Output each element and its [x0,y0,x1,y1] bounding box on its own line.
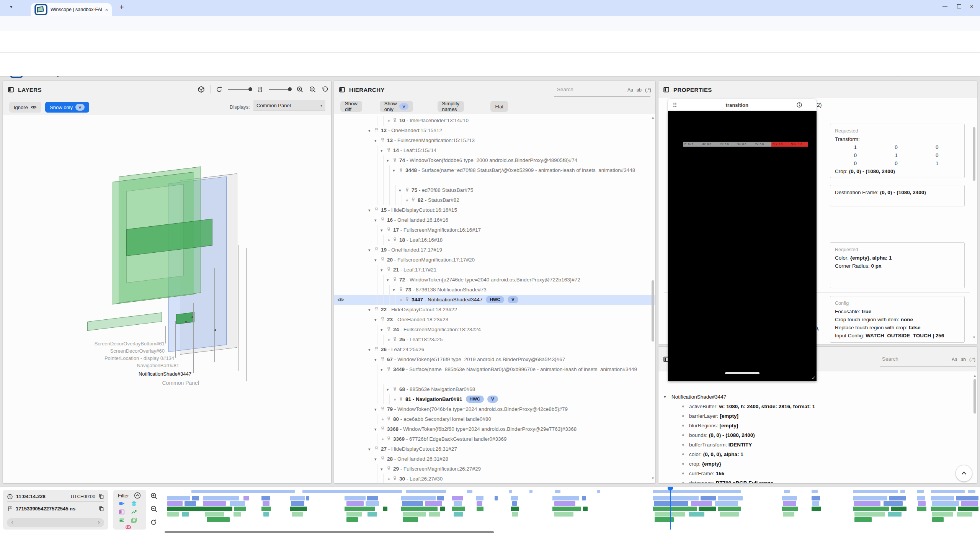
resize-handle-icon[interactable] [810,375,815,379]
filter-transitions-icon[interactable] [125,524,131,530]
trace-block-row0[interactable] [243,496,249,500]
tree-row-30[interactable]: 30 - Leaf:26:27#30 [334,474,655,483]
expand-arrow-icon[interactable]: ▾ [399,185,401,195]
tree-row-18[interactable]: 18 - Leaf:16:16#18 [334,235,655,245]
trace-block-row1[interactable] [654,501,688,506]
trace-block-row2[interactable] [452,507,465,511]
minimap-segment[interactable] [853,490,898,493]
minimap-segment[interactable] [812,490,818,493]
proto-prop-text[interactable]: bounds: (0, 0) - (1080, 2400) [689,430,755,440]
filter-window-icon[interactable] [119,509,125,515]
expand-arrow-icon[interactable]: ▾ [368,444,371,454]
chip-show-diff[interactable]: Show diff [340,101,362,112]
slider-thumb[interactable] [288,87,292,91]
layer-label[interactable]: PointerLocation - display 0#134 [105,355,174,361]
trace-block-row3[interactable] [263,512,269,517]
tree-row-72[interactable]: ▾72 - WindowToken{a2746de type=2040 andr… [334,275,655,285]
tree-row-label[interactable]: 20 - FullscreenMagnification:17:17#20 [387,255,649,265]
tree-row-label[interactable]: 75 - ed70f88 StatusBar#75 [412,185,649,195]
trace-block-row3[interactable] [403,512,426,517]
trace-block-row2[interactable] [891,507,906,511]
proto-prop-row[interactable]: dataspace: BT709 sRGB Full range [658,478,972,483]
trace-block-row2[interactable] [552,507,581,511]
proto-prop-row[interactable]: activeBuffer: w: 1080, h: 2400, stride: … [658,402,972,411]
trace-block-row2[interactable] [290,507,307,511]
panel-toggle-icon[interactable] [663,87,670,93]
proto-prop-row[interactable]: currFrame: 155 [658,469,972,478]
window-maximize-icon[interactable] [957,4,961,8]
trace-block-row4[interactable] [655,517,674,522]
collapse-filter-icon[interactable] [134,492,141,499]
expand-arrow-icon[interactable]: ▾ [374,355,377,365]
tree-row-17[interactable]: ▾17 - FullscreenMagnification:16:16#17 [334,225,655,235]
zoom-in-icon[interactable] [296,86,304,93]
tree-row-82[interactable]: 82 - StatusBar#82 [334,195,655,205]
tree-row-label[interactable]: 74 - WindowToken{fdddbe6 type=2000 andro… [399,155,649,165]
proto-root-label[interactable]: NotificationShade#3447 [671,392,726,402]
proto-prop-text[interactable]: color: (0, 0, 0), alpha: 1 [689,450,743,459]
ns-time-row[interactable]: 1715339054227572545 ns [7,504,104,514]
tree-row-label[interactable]: 15 - HideDisplayCutout:16:16#15 [381,205,649,215]
slider-thumb[interactable] [248,87,252,91]
expand-arrow-icon[interactable]: ▾ [381,365,383,374]
filter-camera-icon[interactable] [119,500,125,507]
proto-scrollbar[interactable] [973,379,976,414]
show-only-chip-layers[interactable]: Show only V [45,102,89,113]
expand-arrow-icon[interactable]: ▾ [368,245,371,255]
layer-label[interactable]: ScreenDecorOverlayBottom#61 [94,341,165,347]
expand-arrow-icon[interactable]: ▾ [374,255,377,265]
proto-prop-text[interactable]: barrierLayer: [empty] [689,411,738,421]
expand-arrow-icon[interactable]: ▾ [368,205,371,215]
proto-prop-row[interactable]: bufferTransform: IDENTITY [658,440,972,450]
expand-arrow-icon[interactable]: ▾ [368,345,371,355]
filter-viewcap-icon[interactable] [131,517,137,523]
trace-block-row3[interactable] [454,512,463,517]
tree-row-label[interactable]: 81 - NavigationBar0#81HWCV [405,394,649,404]
minimap-segment[interactable] [931,490,965,493]
tree-row-24[interactable]: ▾24 - FullscreenMagnification:18:23#24 [334,325,655,335]
trace-block-row1[interactable] [783,501,796,506]
trace-block-row2[interactable] [583,507,588,511]
trace-block-row0[interactable] [782,496,797,500]
trace-block-row0[interactable] [552,496,579,500]
expand-arrow-icon[interactable]: ▾ [381,265,383,275]
trace-block-row0[interactable] [192,496,199,500]
tree-row-label[interactable]: 13 - FullscreenMagnification:15:15#13 [387,136,649,146]
expand-arrow-icon[interactable]: ▾ [374,136,377,146]
spacing-icon[interactable] [257,86,263,93]
trace-block-row1[interactable] [715,501,738,506]
trace-block-row3[interactable] [368,512,377,517]
chevron-up-icon[interactable] [960,469,968,477]
displays-select[interactable]: Common Panel▾ [253,100,325,111]
rotation-icon[interactable] [216,86,222,93]
tree-row-80[interactable]: 80 - ace6abb SecondaryHomeHandle0#80 [334,414,655,424]
trace-block-row1[interactable] [691,501,712,506]
trace-block-row1[interactable] [402,501,423,506]
timeline-zoom-out-icon[interactable] [150,505,158,513]
copy-icon[interactable] [98,506,104,512]
tree-row-label[interactable]: 14 - Leaf:15:15#14 [393,146,649,155]
overlay-title-bar[interactable]: transition _ [668,99,817,111]
expand-arrow-icon[interactable]: ▾ [381,146,383,155]
trace-block-row2[interactable] [853,507,889,511]
expand-arrow-icon[interactable]: ▾ [374,315,377,325]
timeline-cursor[interactable] [670,488,671,530]
tree-row-label[interactable]: 18 - Leaf:16:16#18 [399,235,649,245]
tree-row-15[interactable]: ▾15 - HideDisplayCutout:16:16#15 [334,205,655,215]
trace-block-row1[interactable] [477,501,482,506]
trace-block-row3[interactable] [932,512,953,517]
tree-row-26[interactable]: ▾26 - Leaf:24:25#26 [334,345,655,355]
trace-block-row1[interactable] [346,501,364,506]
proto-search-input[interactable]: Search [882,356,898,362]
trace-block-row0[interactable] [345,496,366,500]
tree-row-label[interactable]: 12 - OneHanded:15:15#12 [381,126,649,136]
tree-row-label[interactable]: 30 - Leaf:26:27#30 [399,474,649,483]
minimap-segment[interactable] [529,490,532,493]
trace-block-row0[interactable] [437,496,444,500]
trace-block-row0[interactable] [812,496,820,500]
minimap-segment[interactable] [191,490,295,493]
timeline-reset-icon[interactable] [150,519,157,526]
timeline-canvas[interactable] [165,487,980,531]
chip-flat[interactable]: Flat [490,101,508,112]
human-timestamp[interactable]: 11:04:14.228 [16,494,46,499]
